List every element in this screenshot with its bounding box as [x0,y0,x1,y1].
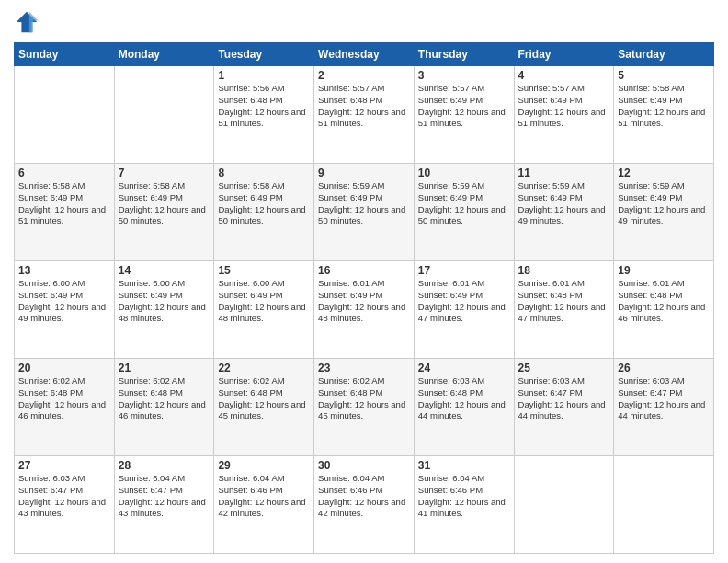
calendar-cell: 25Sunrise: 6:03 AM Sunset: 6:47 PM Dayli… [514,359,614,456]
calendar-cell: 23Sunrise: 6:02 AM Sunset: 6:48 PM Dayli… [314,359,415,456]
day-info: Sunrise: 5:58 AM Sunset: 6:49 PM Dayligh… [618,83,710,130]
day-number: 20 [18,362,110,374]
calendar-cell: 10Sunrise: 5:59 AM Sunset: 6:49 PM Dayli… [414,164,514,261]
calendar-cell: 15Sunrise: 6:00 AM Sunset: 6:49 PM Dayli… [214,261,314,359]
day-info: Sunrise: 5:59 AM Sunset: 6:49 PM Dayligh… [318,180,410,227]
calendar-cell: 1Sunrise: 5:56 AM Sunset: 6:48 PM Daylig… [214,66,314,164]
day-info: Sunrise: 6:02 AM Sunset: 6:48 PM Dayligh… [18,375,110,422]
calendar-cell: 29Sunrise: 6:04 AM Sunset: 6:46 PM Dayli… [214,456,314,554]
calendar-cell: 24Sunrise: 6:03 AM Sunset: 6:48 PM Dayli… [414,359,514,456]
day-number: 26 [618,362,710,374]
day-info: Sunrise: 6:04 AM Sunset: 6:47 PM Dayligh… [119,473,210,520]
day-number: 6 [18,167,110,179]
day-number: 11 [518,167,610,179]
day-number: 10 [418,167,510,179]
calendar-cell: 16Sunrise: 6:01 AM Sunset: 6:49 PM Dayli… [314,261,415,359]
day-number: 12 [618,167,710,179]
calendar-cell: 31Sunrise: 6:04 AM Sunset: 6:46 PM Dayli… [414,456,514,554]
day-info: Sunrise: 6:00 AM Sunset: 6:49 PM Dayligh… [18,278,110,325]
calendar-cell: 21Sunrise: 6:02 AM Sunset: 6:48 PM Dayli… [114,359,214,456]
day-info: Sunrise: 6:03 AM Sunset: 6:47 PM Dayligh… [18,473,110,520]
day-info: Sunrise: 5:56 AM Sunset: 6:48 PM Dayligh… [218,83,310,130]
calendar-cell: 22Sunrise: 6:02 AM Sunset: 6:48 PM Dayli… [214,359,314,456]
day-number: 31 [418,459,510,472]
day-number: 24 [418,362,510,374]
day-info: Sunrise: 5:57 AM Sunset: 6:49 PM Dayligh… [418,83,510,130]
day-number: 4 [518,69,610,82]
day-info: Sunrise: 5:59 AM Sunset: 6:49 PM Dayligh… [618,180,710,227]
calendar-cell: 2Sunrise: 5:57 AM Sunset: 6:48 PM Daylig… [314,66,415,164]
calendar-cell: 14Sunrise: 6:00 AM Sunset: 6:49 PM Dayli… [114,261,214,359]
weekday-header-sunday: Sunday [15,43,115,66]
day-number: 3 [418,69,510,82]
calendar-cell: 7Sunrise: 5:58 AM Sunset: 6:49 PM Daylig… [114,164,214,261]
day-info: Sunrise: 6:00 AM Sunset: 6:49 PM Dayligh… [218,278,310,325]
calendar-cell: 3Sunrise: 5:57 AM Sunset: 6:49 PM Daylig… [414,66,514,164]
logo-icon [14,9,40,35]
header [14,9,714,35]
day-info: Sunrise: 5:57 AM Sunset: 6:49 PM Dayligh… [518,83,610,130]
weekday-header-tuesday: Tuesday [214,43,314,66]
calendar-cell: 27Sunrise: 6:03 AM Sunset: 6:47 PM Dayli… [15,456,115,554]
day-info: Sunrise: 6:01 AM Sunset: 6:48 PM Dayligh… [618,278,710,325]
day-number: 18 [518,264,610,277]
day-info: Sunrise: 6:02 AM Sunset: 6:48 PM Dayligh… [119,375,210,422]
day-number: 23 [318,362,410,374]
day-number: 19 [618,264,710,277]
calendar-cell [614,456,714,554]
day-info: Sunrise: 5:59 AM Sunset: 6:49 PM Dayligh… [418,180,510,227]
day-info: Sunrise: 5:59 AM Sunset: 6:49 PM Dayligh… [518,180,610,227]
day-number: 21 [119,362,210,374]
day-info: Sunrise: 5:57 AM Sunset: 6:48 PM Dayligh… [318,83,410,130]
day-number: 17 [418,264,510,277]
weekday-header-saturday: Saturday [614,43,714,66]
day-number: 14 [119,264,210,277]
calendar-cell: 6Sunrise: 5:58 AM Sunset: 6:49 PM Daylig… [15,164,115,261]
day-number: 16 [318,264,410,277]
day-number: 9 [318,167,410,179]
day-info: Sunrise: 6:01 AM Sunset: 6:49 PM Dayligh… [418,278,510,325]
calendar-cell [15,66,115,164]
svg-marker-0 [17,12,37,32]
day-number: 5 [618,69,710,82]
calendar-cell: 4Sunrise: 5:57 AM Sunset: 6:49 PM Daylig… [514,66,614,164]
day-number: 2 [318,69,410,82]
day-number: 28 [119,459,210,472]
day-number: 25 [518,362,610,374]
day-number: 29 [218,459,310,472]
calendar-cell: 17Sunrise: 6:01 AM Sunset: 6:49 PM Dayli… [414,261,514,359]
day-info: Sunrise: 6:01 AM Sunset: 6:48 PM Dayligh… [518,278,610,325]
calendar-cell: 20Sunrise: 6:02 AM Sunset: 6:48 PM Dayli… [15,359,115,456]
calendar-cell [114,66,214,164]
calendar-cell: 9Sunrise: 5:59 AM Sunset: 6:49 PM Daylig… [314,164,415,261]
calendar-cell: 8Sunrise: 5:58 AM Sunset: 6:49 PM Daylig… [214,164,314,261]
day-info: Sunrise: 5:58 AM Sunset: 6:49 PM Dayligh… [18,180,110,227]
weekday-header-monday: Monday [114,43,214,66]
weekday-header-thursday: Thursday [414,43,514,66]
day-number: 27 [18,459,110,472]
weekday-header-wednesday: Wednesday [314,43,415,66]
week-row-5: 27Sunrise: 6:03 AM Sunset: 6:47 PM Dayli… [15,456,714,554]
day-info: Sunrise: 5:58 AM Sunset: 6:49 PM Dayligh… [218,180,310,227]
day-info: Sunrise: 6:02 AM Sunset: 6:48 PM Dayligh… [218,375,310,422]
calendar-cell: 13Sunrise: 6:00 AM Sunset: 6:49 PM Dayli… [15,261,115,359]
calendar-cell: 12Sunrise: 5:59 AM Sunset: 6:49 PM Dayli… [614,164,714,261]
day-number: 13 [18,264,110,277]
day-number: 22 [218,362,310,374]
page: SundayMondayTuesdayWednesdayThursdayFrid… [0,0,728,563]
day-info: Sunrise: 6:03 AM Sunset: 6:47 PM Dayligh… [618,375,710,422]
day-info: Sunrise: 5:58 AM Sunset: 6:49 PM Dayligh… [119,180,210,227]
weekday-header-friday: Friday [514,43,614,66]
day-info: Sunrise: 6:03 AM Sunset: 6:47 PM Dayligh… [518,375,610,422]
day-number: 15 [218,264,310,277]
day-info: Sunrise: 6:00 AM Sunset: 6:49 PM Dayligh… [119,278,210,325]
logo [14,9,43,35]
week-row-2: 6Sunrise: 5:58 AM Sunset: 6:49 PM Daylig… [15,164,714,261]
day-number: 8 [218,167,310,179]
week-row-4: 20Sunrise: 6:02 AM Sunset: 6:48 PM Dayli… [15,359,714,456]
day-info: Sunrise: 6:04 AM Sunset: 6:46 PM Dayligh… [218,473,310,520]
day-info: Sunrise: 6:01 AM Sunset: 6:49 PM Dayligh… [318,278,410,325]
calendar-cell: 30Sunrise: 6:04 AM Sunset: 6:46 PM Dayli… [314,456,415,554]
calendar-cell: 5Sunrise: 5:58 AM Sunset: 6:49 PM Daylig… [614,66,714,164]
calendar-cell: 19Sunrise: 6:01 AM Sunset: 6:48 PM Dayli… [614,261,714,359]
